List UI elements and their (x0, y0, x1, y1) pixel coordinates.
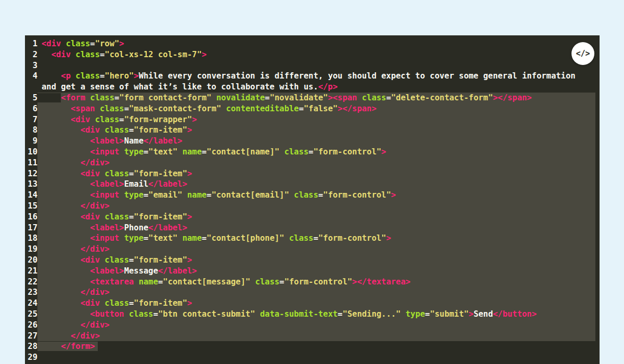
code-line[interactable]: 13 <label>Email</label> (25, 179, 600, 190)
code-line-text: <label>Email</label> (37, 179, 595, 190)
code-line-text: <div class="form-item"> (37, 168, 595, 179)
code-line[interactable]: 19 </div> (25, 244, 600, 255)
line-number: 23 (25, 287, 37, 298)
code-line-text: <form class="form contact-form" novalida… (37, 93, 595, 103)
line-number: 13 (25, 179, 37, 190)
line-number: 11 (25, 158, 37, 168)
code-line-text: </div> (37, 201, 595, 212)
line-number: 15 (25, 201, 37, 212)
line-number: 21 (25, 266, 37, 277)
code-line[interactable]: 28 </form> (25, 341, 600, 352)
code-line[interactable]: 17 <label>Phone</label> (25, 223, 600, 233)
code-line[interactable]: 24 <div class="form-item"> (25, 298, 600, 309)
code-line-text: </div> (37, 320, 595, 331)
code-line-text: </form> (37, 341, 595, 352)
code-line[interactable]: 20 <div class="form-item"> (25, 255, 600, 266)
code-line[interactable]: 29 (25, 352, 600, 363)
page: { "page": { "background": "#e5f3fa" }, "… (0, 0, 624, 364)
line-number: 12 (25, 168, 37, 179)
code-line[interactable]: 27 </div> (25, 331, 600, 342)
code-line-text (37, 60, 595, 71)
line-number: 25 (25, 309, 37, 320)
code-line-text: </div> (37, 287, 595, 298)
line-number: 8 (25, 125, 37, 136)
code-line[interactable]: 8 <div class="form-item"> (25, 125, 600, 136)
code-line[interactable]: 10 <input type="text" name="contact[name… (25, 147, 600, 158)
line-number: 2 (25, 49, 37, 60)
code-line-text: <p class="hero">While every conversation… (37, 71, 595, 93)
code-view-toggle-button[interactable]: </> (571, 42, 594, 65)
code-line[interactable]: 14 <input type="email" name="contact[ema… (25, 190, 600, 201)
line-number: 17 (25, 223, 37, 233)
code-line-text: <div class="col-xs-12 col-sm-7"> (37, 49, 595, 60)
line-number: 10 (25, 147, 37, 158)
code-line-text: <textarea name="contact[message]" class=… (37, 277, 595, 288)
code-line[interactable]: 12 <div class="form-item"> (25, 168, 600, 179)
line-number: 20 (25, 255, 37, 266)
code-line[interactable]: 15 </div> (25, 201, 600, 212)
code-line[interactable]: 18 <input type="text" name="contact[phon… (25, 233, 600, 244)
line-number: 9 (25, 136, 37, 147)
code-line[interactable]: 22 <textarea name="contact[message]" cla… (25, 277, 600, 288)
selection-highlight: </form> (42, 342, 95, 351)
code-line-text: </div> (37, 158, 595, 168)
code-line-text: </div> (37, 331, 595, 342)
code-line-text: <div class="form-item"> (37, 125, 595, 136)
code-line[interactable]: 21 <label>Message</label> (25, 266, 600, 277)
code-line-text: <button class="btn contact-submit" data-… (37, 309, 595, 320)
code-line-text: <span class="mask-contact-form" contente… (37, 103, 595, 114)
line-number: 7 (25, 114, 37, 125)
code-line-text: <div class="form-item"> (37, 212, 595, 223)
line-number: 24 (25, 298, 37, 309)
line-number: 26 (25, 320, 37, 331)
code-line[interactable]: 26 </div> (25, 320, 600, 331)
line-number: 14 (25, 190, 37, 201)
code-line[interactable]: 7 <div class="form-wrapper"> (25, 114, 600, 125)
code-line-text: <input type="text" name="contact[name]" … (37, 147, 595, 158)
code-line[interactable]: 23 </div> (25, 287, 600, 298)
code-line[interactable]: 5 <form class="form contact-form" novali… (25, 93, 600, 103)
line-number: 16 (25, 212, 37, 223)
line-number: 28 (25, 341, 37, 352)
code-line-text: </div> (37, 244, 595, 255)
line-number: 5 (25, 93, 37, 103)
line-number: 27 (25, 331, 37, 342)
code-line-text: <input type="text" name="contact[phone]"… (37, 233, 595, 244)
code-line-text: <label>Phone</label> (37, 223, 595, 233)
line-number: 3 (25, 60, 37, 71)
code-icon: </> (576, 49, 590, 58)
line-number: 18 (25, 233, 37, 244)
code-line[interactable]: 16 <div class="form-item"> (25, 212, 600, 223)
code-content: 1<div class="row">2 <div class="col-xs-1… (25, 38, 600, 363)
code-line[interactable]: 9 <label>Name</label> (25, 136, 600, 147)
code-line[interactable]: 11 </div> (25, 158, 600, 168)
line-number: 1 (25, 38, 37, 49)
line-number: 29 (25, 352, 37, 363)
code-line[interactable]: 1<div class="row"> (25, 38, 600, 49)
line-number: 19 (25, 244, 37, 255)
code-line-text: <div class="row"> (37, 38, 595, 49)
code-line-text: <div class="form-item"> (37, 255, 595, 266)
code-line[interactable]: 4 <p class="hero">While every conversati… (25, 71, 600, 93)
line-number: 22 (25, 277, 37, 288)
code-line[interactable]: 6 <span class="mask-contact-form" conten… (25, 103, 600, 114)
code-line-text: <div class="form-wrapper"> (37, 114, 595, 125)
code-line-text: <label>Name</label> (37, 136, 595, 147)
code-line-text: <input type="email" name="contact[email]… (37, 190, 595, 201)
line-number: 4 (25, 71, 37, 82)
code-line[interactable]: 25 <button class="btn contact-submit" da… (25, 309, 600, 320)
code-line[interactable]: 3 (25, 60, 600, 71)
code-line[interactable]: 2 <div class="col-xs-12 col-sm-7"> (25, 49, 600, 60)
code-line-text: <label>Message</label> (37, 266, 595, 277)
code-line-text (37, 352, 595, 363)
code-editor-panel: 1<div class="row">2 <div class="col-xs-1… (25, 35, 600, 364)
code-line-text: <div class="form-item"> (37, 298, 595, 309)
line-number: 6 (25, 103, 37, 114)
